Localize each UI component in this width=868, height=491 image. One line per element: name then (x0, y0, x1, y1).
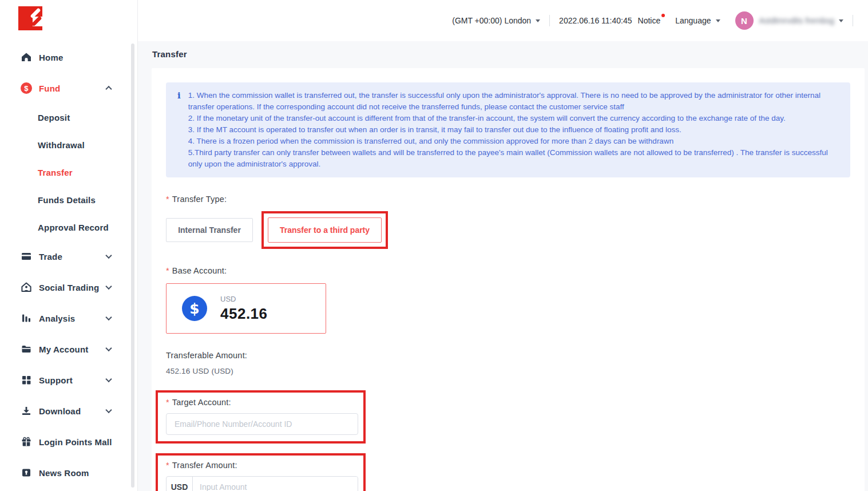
sidebar-item-label: Support (39, 375, 73, 385)
info-box: i 1. When the commission wallet is trans… (166, 82, 850, 177)
gift-icon (21, 436, 32, 448)
required-asterisk: * (166, 195, 169, 204)
target-account-input[interactable] (166, 413, 358, 435)
my-account-icon (21, 343, 32, 355)
sidebar-item-fund[interactable]: $ Fund (0, 73, 137, 104)
home-icon (21, 52, 32, 63)
info-line: 4. There is a frozen period when the com… (188, 136, 839, 147)
fund-icon: $ (21, 82, 32, 94)
datetime-label: 2022.06.16 11:40:45 (559, 16, 632, 25)
sidebar-item-news-room[interactable]: News Room (0, 457, 137, 488)
base-account-currency: USD (220, 295, 268, 303)
sidebar-item-deposit[interactable]: Deposit (0, 104, 137, 131)
sidebar-item-support[interactable]: Support (0, 365, 137, 395)
divider (853, 15, 853, 26)
language-selector[interactable]: Language (675, 16, 720, 25)
sidebar-item-label: Social Trading (39, 283, 99, 292)
sidebar-item-label: My Account (39, 345, 88, 354)
annotation-box-transfer-amount: *Transfer Amount: USD (156, 453, 366, 491)
sidebar-item-login-points-mall[interactable]: Login Points Mall (0, 426, 137, 457)
caret-down-icon (716, 19, 720, 22)
avatar: N (735, 11, 754, 30)
username-blurred: Astdtmrvdits frembsg (759, 16, 834, 25)
base-account-card[interactable]: $ USD 452.16 (166, 283, 326, 334)
language-label: Language (675, 16, 711, 25)
sidebar-scrollbar[interactable] (131, 43, 134, 488)
caret-down-icon (536, 19, 540, 22)
sidebar-item-label: Home (39, 53, 63, 62)
base-account-info: USD 452.16 (220, 295, 268, 323)
transfer-type-options: Internal Transfer Transfer to a third pa… (166, 211, 850, 249)
usd-coin-icon: $ (182, 296, 207, 321)
news-room-icon (21, 467, 32, 478)
sidebar-item-label: Deposit (38, 113, 70, 122)
sidebar-item-my-account[interactable]: My Account (0, 334, 137, 365)
sidebar-item-label: Withdrawal (38, 140, 85, 150)
notice-button[interactable]: Notice (638, 16, 661, 25)
trade-icon (21, 251, 32, 262)
sidebar-item-social-trading[interactable]: Social Trading (0, 272, 137, 303)
transfer-amount-group: USD (166, 476, 358, 491)
sidebar-item-label: Trade (39, 252, 62, 262)
required-asterisk: * (166, 461, 169, 470)
sidebar-nav: Home $ Fund Deposit Withdrawal Transfer … (0, 42, 137, 488)
sidebar-item-label: Fund (39, 84, 60, 93)
sidebar-item-funds-details[interactable]: Funds Details (0, 186, 137, 213)
sidebar-item-label: Download (39, 406, 81, 416)
sidebar-item-download[interactable]: Download (0, 395, 137, 426)
divider (549, 15, 550, 26)
transferable-amount-label: Transferable Amount: (166, 351, 850, 360)
annotation-box-third-party: Transfer to a third party (261, 211, 388, 249)
content-area: Transfer i 1. When the commission wallet… (138, 41, 868, 491)
transfer-amount-input[interactable] (193, 477, 358, 491)
sidebar-item-label: Funds Details (38, 195, 96, 205)
sidebar-item-label: News Room (39, 468, 89, 478)
analysis-icon (21, 312, 32, 324)
sidebar-item-trade[interactable]: Trade (0, 241, 137, 272)
transfer-type-section: *Transfer Type: Internal Transfer Transf… (166, 195, 850, 249)
target-account-label: *Target Account: (166, 398, 358, 407)
currency-prefix: USD (167, 477, 193, 491)
sidebar-item-label: Login Points Mall (39, 437, 112, 447)
sidebar-item-approval-record[interactable]: Approval Record (0, 213, 137, 241)
app-root: Home $ Fund Deposit Withdrawal Transfer … (0, 0, 868, 491)
sidebar-item-label: Analysis (39, 314, 75, 323)
base-account-label: *Base Account: (166, 266, 850, 275)
support-icon (21, 374, 32, 386)
info-line: 5.Third party transfer can only transfer… (188, 147, 839, 170)
sidebar-item-analysis[interactable]: Analysis (0, 303, 137, 334)
social-trading-icon (21, 282, 32, 293)
sidebar-item-label: Approval Record (38, 223, 109, 232)
base-account-balance: 452.16 (220, 305, 268, 323)
notice-badge-dot (661, 14, 665, 17)
chevron-down-icon (105, 407, 112, 413)
top-bar: (GMT +00:00) London 2022.06.16 11:40:45 … (138, 0, 868, 41)
third-party-transfer-button[interactable]: Transfer to a third party (268, 217, 382, 243)
chevron-down-icon (105, 283, 112, 290)
chevron-down-icon (105, 314, 112, 320)
page-title: Transfer (152, 49, 865, 59)
base-account-section: *Base Account: $ USD 452.16 (166, 266, 850, 334)
brand-logo[interactable] (0, 6, 137, 30)
internal-transfer-button[interactable]: Internal Transfer (166, 218, 253, 242)
sidebar-item-withdrawal[interactable]: Withdrawal (0, 131, 137, 159)
transfer-type-label: *Transfer Type: (166, 195, 850, 204)
sidebar-item-home[interactable]: Home (0, 42, 137, 73)
chevron-down-icon (105, 345, 112, 351)
chevron-up-icon (105, 86, 112, 92)
timezone-label: (GMT +00:00) London (452, 16, 531, 25)
transferable-amount-section: Transferable Amount: 452.16 USD (USD) (166, 351, 850, 375)
notice-label: Notice (638, 16, 661, 25)
sidebar: Home $ Fund Deposit Withdrawal Transfer … (0, 0, 138, 491)
info-line: 2. If the monetary unit of the transfer-… (188, 113, 839, 124)
chevron-down-icon (105, 376, 112, 382)
chevron-down-icon (105, 252, 112, 259)
download-icon (21, 405, 32, 417)
user-menu[interactable]: N Astdtmrvdits frembsg (720, 11, 843, 30)
transfer-card: i 1. When the commission wallet is trans… (152, 68, 865, 491)
annotation-box-target-account: *Target Account: (156, 390, 366, 444)
timezone-selector[interactable]: (GMT +00:00) London (452, 16, 540, 25)
caret-down-icon (839, 19, 843, 22)
sidebar-item-transfer[interactable]: Transfer (0, 159, 137, 186)
info-text: 1. When the commission wallet is transfe… (188, 90, 839, 170)
